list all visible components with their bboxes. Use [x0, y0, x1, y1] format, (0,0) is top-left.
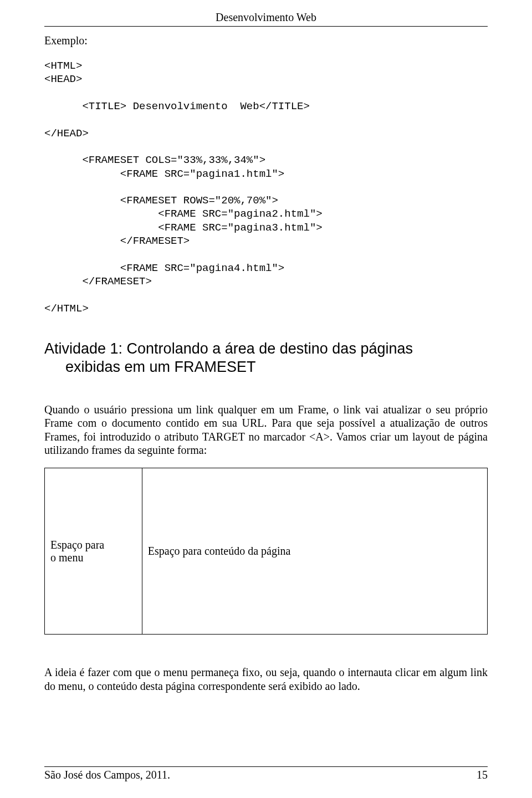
heading-line-1: Atividade 1: Controlando a área de desti…	[44, 340, 488, 358]
content-cell-text: Espaço para conteúdo da página	[148, 545, 291, 557]
heading-line-2: exibidas em um FRAMESET	[44, 358, 488, 376]
footer-divider	[44, 766, 488, 767]
page-header: Desenvolvimento Web	[44, 11, 488, 26]
footer-line: São José dos Campos, 2011. 15	[44, 769, 488, 781]
table-row: Espaço para o menu Espaço para conteúdo …	[45, 468, 488, 635]
activity-heading: Atividade 1: Controlando a área de desti…	[44, 340, 488, 376]
layout-diagram-table: Espaço para o menu Espaço para conteúdo …	[44, 468, 488, 635]
intro-paragraph: Quando o usuário pressiona um link qualq…	[44, 403, 488, 457]
document-page: Desenvolvimento Web Exemplo: <HTML> <HEA…	[0, 0, 532, 798]
header-divider	[44, 26, 488, 27]
page-footer: São José dos Campos, 2011. 15	[44, 766, 488, 781]
menu-cell-line1: Espaço para	[50, 539, 104, 551]
content-cell: Espaço para conteúdo da página	[142, 468, 487, 635]
menu-cell: Espaço para o menu	[45, 468, 142, 635]
example-label: Exemplo:	[44, 34, 488, 47]
footer-page-number: 15	[477, 769, 488, 781]
code-block: <HTML> <HEAD> <TITLE> Desenvolvimento We…	[44, 59, 488, 315]
footer-left: São José dos Campos, 2011.	[44, 769, 170, 781]
header-title: Desenvolvimento Web	[216, 11, 316, 23]
menu-cell-line2: o menu	[50, 551, 83, 564]
final-paragraph: A ideia é fazer com que o menu permaneça…	[44, 666, 488, 693]
